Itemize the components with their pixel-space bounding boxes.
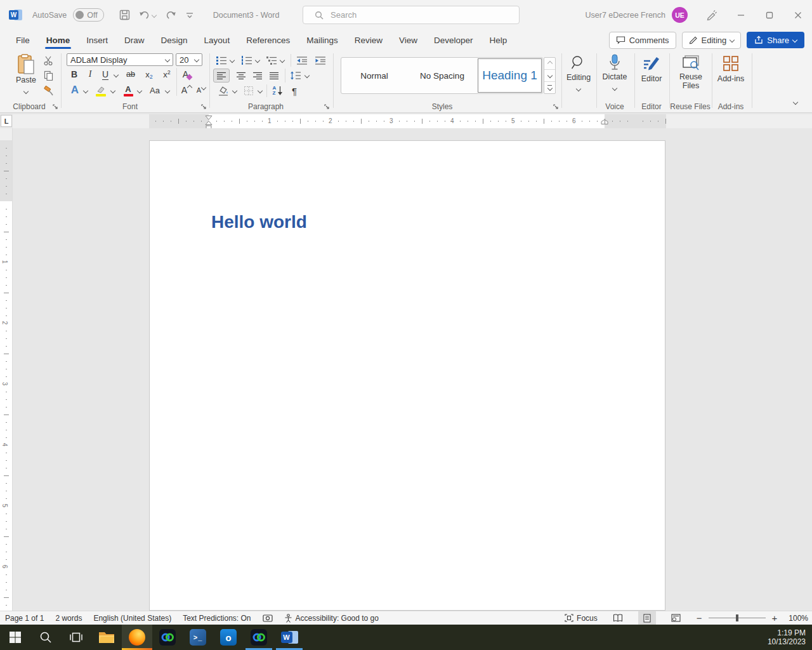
read-mode-button[interactable] [609, 611, 627, 625]
clear-formatting-button[interactable]: A [180, 68, 195, 81]
grow-font-button[interactable]: A [180, 84, 193, 96]
search-input[interactable] [329, 10, 484, 20]
print-layout-button[interactable] [638, 611, 656, 625]
close-button[interactable] [783, 0, 812, 30]
dictate-button[interactable]: Dictate [599, 54, 630, 93]
focus-mode-button[interactable]: Focus [565, 614, 598, 623]
document-page[interactable]: Hello world [149, 140, 665, 611]
numbering-chevron-icon[interactable] [254, 56, 261, 64]
change-case-chevron-icon[interactable] [164, 87, 171, 95]
tab-developer[interactable]: Developer [433, 30, 475, 50]
tab-design[interactable]: Design [160, 30, 189, 50]
editor-button[interactable]: Editor [636, 54, 667, 83]
share-button[interactable]: Share [747, 32, 804, 48]
style-no-spacing[interactable]: No Spacing [407, 58, 477, 93]
word-taskbar-icon[interactable]: W [274, 625, 304, 650]
document-heading-text[interactable]: Hello world [211, 212, 307, 232]
highlight-button[interactable] [93, 84, 109, 98]
shading-button[interactable] [216, 84, 231, 97]
shrink-font-button[interactable]: A [194, 84, 208, 96]
justify-button[interactable] [266, 69, 282, 83]
taskbar-clock[interactable]: 1:19 PM 10/13/2023 [768, 625, 806, 650]
customize-quick-access-icon[interactable] [185, 11, 194, 19]
web-layout-button[interactable] [667, 611, 685, 625]
tab-insert[interactable]: Insert [85, 30, 109, 50]
increase-indent-button[interactable] [313, 54, 328, 67]
vertical-ruler[interactable]: 123456 [0, 128, 13, 611]
sort-button[interactable]: A Z [270, 84, 286, 97]
clipboard-dialog-launcher[interactable] [52, 103, 58, 110]
powershell-icon[interactable]: >_ [183, 625, 213, 650]
shading-chevron-icon[interactable] [231, 87, 239, 95]
tab-home[interactable]: Home [45, 30, 72, 50]
text-predictions-indicator[interactable]: Text Predictions: On [183, 614, 251, 623]
webex-icon[interactable] [152, 625, 183, 650]
multilevel-list-button[interactable] [265, 54, 278, 67]
styles-more-button[interactable] [544, 82, 555, 93]
tab-stop-selector[interactable]: L [1, 115, 12, 127]
tab-references[interactable]: References [245, 30, 291, 50]
file-explorer-icon[interactable] [91, 625, 122, 650]
style-normal[interactable]: Normal [341, 58, 407, 93]
cut-button[interactable] [42, 55, 55, 67]
change-case-button[interactable]: Aa [147, 84, 163, 96]
font-color-chevron-icon[interactable] [136, 87, 143, 95]
zoom-slider[interactable] [709, 618, 766, 618]
comments-button[interactable]: Comments [609, 32, 676, 49]
word-count[interactable]: 2 words [55, 614, 82, 623]
align-left-button[interactable] [213, 69, 230, 83]
tab-review[interactable]: Review [353, 30, 384, 50]
word-app-icon[interactable]: W [9, 8, 22, 22]
font-size-combo[interactable]: 20 [176, 53, 202, 66]
ink-pen-icon[interactable] [705, 9, 717, 21]
styles-scroll-up-button[interactable] [544, 58, 555, 69]
outlook-icon[interactable]: o [213, 625, 244, 650]
bold-button[interactable]: B [67, 68, 81, 81]
bullets-button[interactable] [214, 54, 228, 67]
collapse-ribbon-button[interactable] [789, 97, 802, 107]
decrease-indent-button[interactable] [294, 54, 310, 67]
align-center-button[interactable] [233, 69, 249, 83]
tab-help[interactable]: Help [488, 30, 509, 50]
zoom-slider-thumb[interactable] [736, 614, 738, 621]
save-icon[interactable] [119, 10, 130, 20]
horizontal-ruler[interactable]: 123456 [13, 114, 812, 128]
italic-button[interactable]: I [83, 68, 97, 81]
styles-dialog-launcher[interactable] [553, 103, 559, 110]
user-name[interactable]: User7 eDecree French [586, 11, 665, 20]
subscript-button[interactable]: x2 [141, 68, 157, 81]
first-line-indent-marker[interactable] [205, 116, 213, 120]
tab-draw[interactable]: Draw [123, 30, 146, 50]
redo-icon[interactable] [165, 10, 176, 20]
page-indicator[interactable]: Page 1 of 1 [5, 614, 44, 623]
undo-button[interactable] [139, 10, 156, 20]
accessibility-status[interactable]: Accessibility: Good to go [284, 614, 379, 623]
firefox-icon[interactable] [122, 625, 152, 650]
text-effects-button[interactable]: A [67, 84, 82, 96]
line-spacing-button[interactable] [287, 69, 304, 83]
borders-button[interactable] [241, 84, 256, 97]
paste-button[interactable]: Paste [11, 54, 41, 96]
styles-scroll-down-button[interactable] [544, 69, 555, 82]
tab-mailings[interactable]: Mailings [305, 30, 339, 50]
style-heading-1[interactable]: Heading 1 [478, 58, 542, 93]
font-color-button[interactable]: A [121, 84, 136, 98]
underline-chevron-icon[interactable] [112, 71, 120, 79]
search-box[interactable] [303, 6, 520, 24]
tab-file[interactable]: File [15, 30, 31, 50]
text-effects-chevron-icon[interactable] [82, 87, 89, 95]
task-view-button[interactable] [61, 625, 91, 650]
editing-mode-button[interactable]: Editing [682, 32, 742, 49]
start-button[interactable] [0, 625, 30, 650]
bullets-chevron-icon[interactable] [228, 56, 236, 64]
minimize-button[interactable] [726, 0, 755, 30]
strikethrough-button[interactable]: ab [122, 68, 139, 81]
editing-dropdown-button[interactable]: Editing [563, 54, 594, 93]
line-spacing-chevron-icon[interactable] [303, 72, 311, 79]
reuse-files-button[interactable]: Reuse Files [671, 54, 710, 90]
borders-chevron-icon[interactable] [256, 87, 264, 95]
language-indicator[interactable]: English (United States) [93, 614, 171, 623]
zoom-out-button[interactable]: − [697, 613, 702, 623]
autosave-toggle[interactable]: Off [73, 8, 103, 22]
paragraph-dialog-launcher[interactable] [324, 103, 330, 110]
